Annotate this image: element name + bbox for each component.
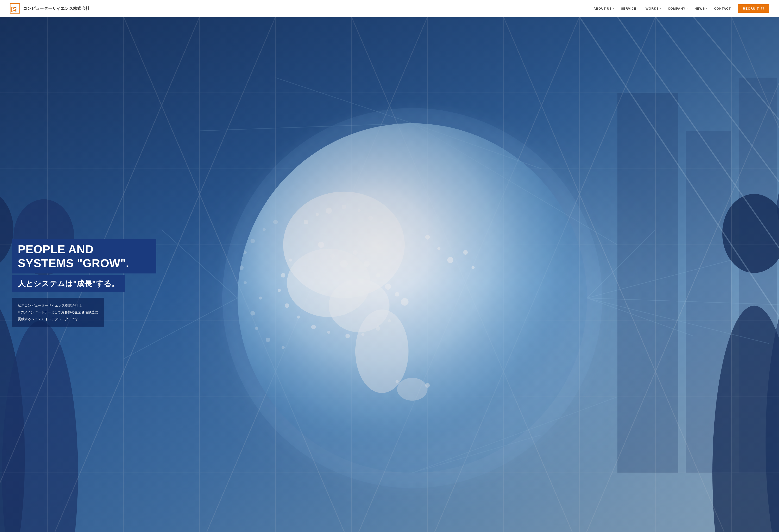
chevron-down-icon: ▾ [638, 7, 639, 10]
external-link-icon: ⬚ [761, 7, 764, 10]
nav-company[interactable]: COMPANY ▾ [668, 7, 688, 10]
logo-text: コンピューターサイエンス株式会社 [23, 6, 90, 11]
site-header: [S ] コンピューターサイエンス株式会社 ABOUT US ▾ SERVICE… [0, 0, 779, 17]
nav-about-us[interactable]: ABOUT US ▾ [593, 7, 614, 10]
chevron-down-icon: ▾ [613, 7, 614, 10]
chevron-down-icon: ▾ [706, 7, 707, 10]
hero-title-japanese: 人とシステムは"成長"する。 [12, 275, 125, 292]
hero-section: PEOPLE AND SYSTEMS "GROW". 人とシステムは"成長"する… [0, 17, 779, 532]
chevron-down-icon: ▾ [686, 7, 688, 10]
nav-service[interactable]: SERVICE ▾ [621, 7, 639, 10]
hero-title-english: PEOPLE AND SYSTEMS "GROW". [12, 239, 156, 274]
recruit-button[interactable]: RECRUIT ⬚ [738, 4, 769, 13]
svg-text:]: ] [15, 6, 16, 12]
logo-icon: [S ] [10, 3, 20, 14]
chevron-down-icon: ▾ [660, 7, 661, 10]
hero-content: PEOPLE AND SYSTEMS "GROW". 人とシステムは"成長"する… [0, 239, 168, 327]
main-nav: ABOUT US ▾ SERVICE ▾ WORKS ▾ COMPANY ▾ N… [593, 4, 769, 13]
nav-works[interactable]: WORKS ▾ [646, 7, 661, 10]
logo-area[interactable]: [S ] コンピューターサイエンス株式会社 [10, 3, 90, 14]
hero-description: 私達コンピューターサイエンス株式会社は ITのメインパートナーとしてお客様の企業… [12, 298, 104, 327]
nav-contact[interactable]: CONTACT [714, 7, 731, 10]
nav-news[interactable]: NEWS ▾ [695, 7, 707, 10]
